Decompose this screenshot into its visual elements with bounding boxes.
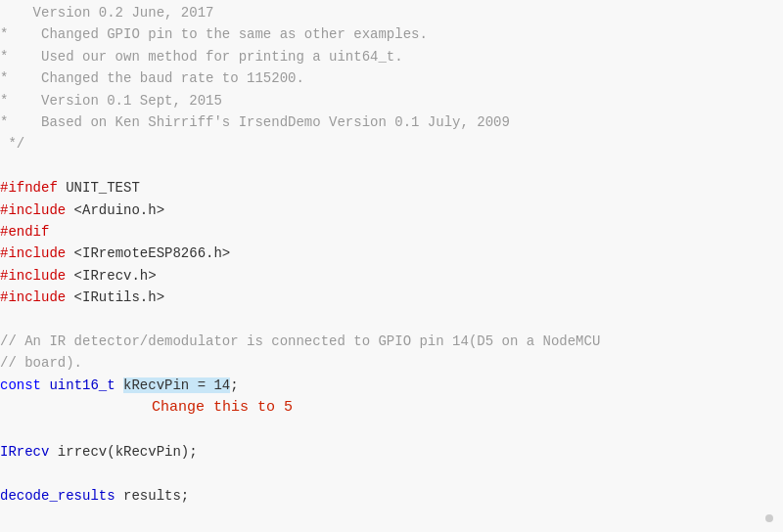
highlighted-variable: kRecvPin = 14 <box>123 377 230 393</box>
code-text: #include <Arduino.h> <box>0 200 767 221</box>
code-text <box>0 308 767 330</box>
code-line <box>0 464 783 485</box>
code-line: * Version 0.1 Sept, 2015 <box>0 90 783 111</box>
code-line <box>0 308 783 330</box>
code-text: * Based on Ken Shirriff's IrsendDemo Ver… <box>0 111 767 133</box>
code-text: const uint16_t kRecvPin = 14; <box>0 375 767 396</box>
code-text: #endif <box>0 221 767 243</box>
code-text <box>0 155 767 177</box>
code-line: #ifndef UNIT_TEST <box>0 177 783 199</box>
code-text: * Version 0.1 Sept, 2015 <box>0 90 767 111</box>
code-text: // An IR detector/demodulator is connect… <box>0 331 767 352</box>
code-text: #include <IRutils.h> <box>0 287 767 308</box>
code-line: #include <IRremoteESP8266.h> <box>0 243 783 264</box>
scroll-indicator <box>765 514 773 522</box>
code-line <box>0 508 783 529</box>
code-text: #include <IRrecv.h> <box>0 265 767 287</box>
code-line: #include <IRrecv.h> <box>0 265 783 287</box>
code-line: // An IR detector/demodulator is connect… <box>0 331 783 352</box>
code-line: decode_results results; <box>0 485 783 507</box>
code-text: #include <IRremoteESP8266.h> <box>0 243 767 264</box>
code-line: #include <Arduino.h> <box>0 200 783 221</box>
code-line <box>0 155 783 177</box>
code-line: */ <box>0 133 783 155</box>
code-text: #ifndef UNIT_TEST <box>0 177 767 199</box>
code-text: // board). <box>0 352 767 374</box>
code-line: * Based on Ken Shirriff's IrsendDemo Ver… <box>0 111 783 133</box>
code-text: Version 0.2 June, 2017 <box>0 2 767 23</box>
code-line: * Used our own method for printing a uin… <box>0 46 783 67</box>
code-block: Version 0.2 June, 2017 * Changed GPIO pi… <box>0 0 783 532</box>
code-line: * Changed GPIO pin to the same as other … <box>0 23 783 45</box>
code-line: Version 0.2 June, 2017 <box>0 2 783 23</box>
code-line: #include <IRutils.h> <box>0 287 783 308</box>
const-declaration-line: const uint16_t kRecvPin = 14; <box>0 375 783 396</box>
annotation-line: Change this to 5 <box>0 396 783 420</box>
code-line: IRrecv irrecv(kRecvPin); <box>0 441 783 463</box>
code-text <box>0 420 767 441</box>
code-text <box>0 464 767 485</box>
code-text: * Changed GPIO pin to the same as other … <box>0 23 767 45</box>
code-line <box>0 420 783 441</box>
code-line: #endif <box>0 221 783 243</box>
code-text <box>0 508 767 529</box>
code-line: // board). <box>0 352 783 374</box>
annotation-text: Change this to 5 <box>0 396 767 420</box>
code-text: * Used our own method for printing a uin… <box>0 46 767 67</box>
code-container: Version 0.2 June, 2017 * Changed GPIO pi… <box>0 0 783 532</box>
code-line: * Changed the baud rate to 115200. <box>0 67 783 89</box>
code-text: decode_results results; <box>0 485 767 507</box>
code-text: IRrecv irrecv(kRecvPin); <box>0 441 767 463</box>
code-text: */ <box>0 133 767 155</box>
code-text: * Changed the baud rate to 115200. <box>0 67 767 89</box>
